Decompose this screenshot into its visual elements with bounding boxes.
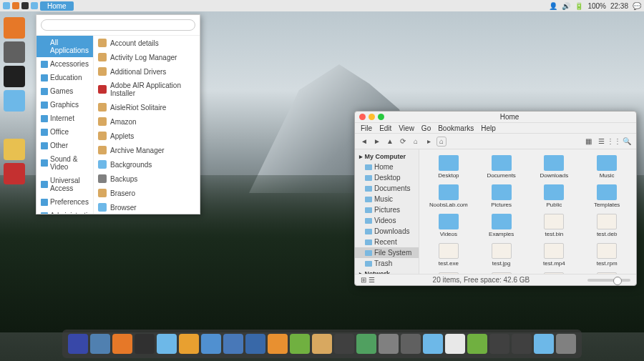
launcher-item[interactable] (4, 139, 25, 160)
sidebar-item[interactable]: Videos (355, 215, 419, 226)
category-item[interactable]: Games (36, 84, 93, 98)
category-item[interactable]: Accessories (36, 57, 93, 71)
panel-app-icon[interactable] (31, 2, 38, 9)
category-item[interactable]: Universal Access (36, 174, 93, 195)
file-item[interactable]: Documents (477, 154, 527, 180)
sidebar-item[interactable]: Home (355, 162, 419, 172)
file-item[interactable]: test.exe (424, 242, 474, 268)
sidebar-heading[interactable]: ▸ Network (355, 269, 419, 274)
view-icons-button[interactable]: ▦ (583, 137, 593, 147)
sidebar-heading[interactable]: ▸ My Computer (355, 152, 419, 162)
dock-item[interactable] (489, 334, 509, 354)
file-item[interactable]: test.deb (582, 212, 632, 239)
menu-go[interactable]: Go (421, 124, 431, 132)
category-item[interactable]: Other (36, 139, 93, 152)
zoom-slider[interactable] (587, 279, 630, 282)
notification-icon[interactable]: 💬 (633, 2, 641, 10)
clock[interactable]: 22:38 (610, 2, 628, 10)
app-item[interactable]: Amazon (94, 114, 200, 129)
file-item[interactable]: test.bin (530, 212, 580, 239)
minimize-button[interactable] (369, 114, 375, 120)
dock-item[interactable] (290, 334, 310, 354)
app-item[interactable]: Adobe AIR Application Installer (94, 79, 200, 100)
file-item[interactable]: Public (530, 183, 580, 209)
reload-button[interactable]: ⟳ (398, 137, 408, 147)
dock-item[interactable] (379, 334, 399, 354)
file-item[interactable]: NoobsLab.com (424, 183, 474, 209)
panel-app-icon[interactable] (21, 2, 29, 9)
file-item[interactable]: Templates (582, 183, 632, 209)
battery-icon[interactable]: 🔋 (575, 2, 583, 10)
sidebar-item[interactable]: Downloads (355, 226, 419, 237)
sidebar-item[interactable]: File System (355, 247, 419, 258)
sidebar-item[interactable]: Documents (355, 183, 419, 194)
up-button[interactable]: ▲ (385, 137, 395, 147)
app-item[interactable]: Additional Drivers (94, 64, 200, 79)
panel-window-title[interactable]: Home (40, 1, 74, 11)
dock-item[interactable] (334, 334, 354, 354)
back-button[interactable]: ◄ (359, 137, 369, 147)
file-item[interactable]: test.jpg (477, 242, 527, 268)
dock-item[interactable] (223, 334, 243, 354)
dock-item[interactable] (268, 334, 288, 354)
app-item[interactable]: Archive Manager (94, 143, 200, 157)
dock-item[interactable] (445, 334, 465, 354)
forward-button[interactable]: ► (372, 137, 382, 147)
dock-item[interactable] (90, 334, 110, 354)
file-item[interactable]: test.rpm (582, 242, 632, 268)
category-item[interactable]: Office (36, 125, 93, 139)
file-item[interactable]: Downloads (530, 154, 580, 180)
file-item[interactable]: Pictures (477, 183, 527, 209)
view-compact-button[interactable]: ⋮⋮ (609, 137, 619, 147)
dock-item[interactable] (534, 334, 554, 354)
sidebar-item[interactable]: Pictures (355, 204, 419, 215)
dock-item[interactable] (556, 334, 576, 354)
dock-item[interactable] (356, 334, 376, 354)
launcher-item[interactable] (4, 66, 25, 87)
dock-item[interactable] (68, 334, 88, 354)
dock-item[interactable] (245, 334, 265, 354)
category-item[interactable]: Sound & Video (36, 152, 93, 174)
sidebar-item[interactable]: Desktop (355, 172, 419, 183)
search-icon[interactable]: 🔍 (622, 137, 632, 147)
menu-file[interactable]: File (361, 124, 372, 132)
category-item[interactable]: Graphics (36, 98, 93, 112)
category-item[interactable]: Education (36, 71, 93, 84)
file-item[interactable]: test.mp4 (530, 242, 580, 268)
launcher-item[interactable] (4, 41, 25, 63)
close-button[interactable] (359, 114, 366, 120)
panel-app-icon[interactable] (3, 2, 10, 9)
dock-item[interactable] (312, 334, 332, 354)
launcher-item[interactable] (4, 90, 25, 112)
app-item[interactable]: Brasero (94, 186, 200, 200)
dock-item[interactable] (423, 334, 443, 354)
dock-item[interactable] (157, 334, 177, 354)
menu-edit[interactable]: Edit (379, 124, 391, 132)
launcher-item[interactable] (4, 17, 25, 39)
app-item[interactable]: Activity Log Manager (94, 50, 200, 64)
app-item[interactable]: Account details (94, 36, 200, 50)
search-input[interactable] (41, 19, 195, 31)
category-item[interactable]: Preferences (36, 195, 93, 209)
file-item[interactable]: Desktop (424, 154, 474, 180)
dock-item[interactable] (112, 334, 132, 354)
user-icon[interactable]: 👤 (549, 2, 557, 10)
panel-app-icon[interactable] (12, 2, 19, 9)
sidebar-item[interactable]: Trash (355, 258, 419, 269)
launcher-item[interactable] (4, 114, 25, 136)
titlebar[interactable]: Home (355, 112, 636, 123)
volume-icon[interactable]: 🔊 (562, 2, 570, 10)
menu-bookmarks[interactable]: Bookmarks (438, 124, 474, 132)
file-item[interactable]: Music (582, 154, 632, 180)
dock-item[interactable] (467, 334, 487, 354)
dock-item[interactable] (201, 334, 221, 354)
category-item[interactable]: Administration (36, 209, 93, 214)
app-item[interactable]: Browser (94, 200, 200, 214)
menu-help[interactable]: Help (481, 124, 496, 132)
location-home-icon[interactable]: ⌂ (436, 137, 447, 147)
maximize-button[interactable] (378, 114, 384, 120)
sidebar-item[interactable]: Music (355, 194, 419, 204)
sidebar-item[interactable]: Recent (355, 237, 419, 247)
home-button[interactable]: ⌂ (411, 137, 421, 147)
dock-item[interactable] (179, 334, 199, 354)
